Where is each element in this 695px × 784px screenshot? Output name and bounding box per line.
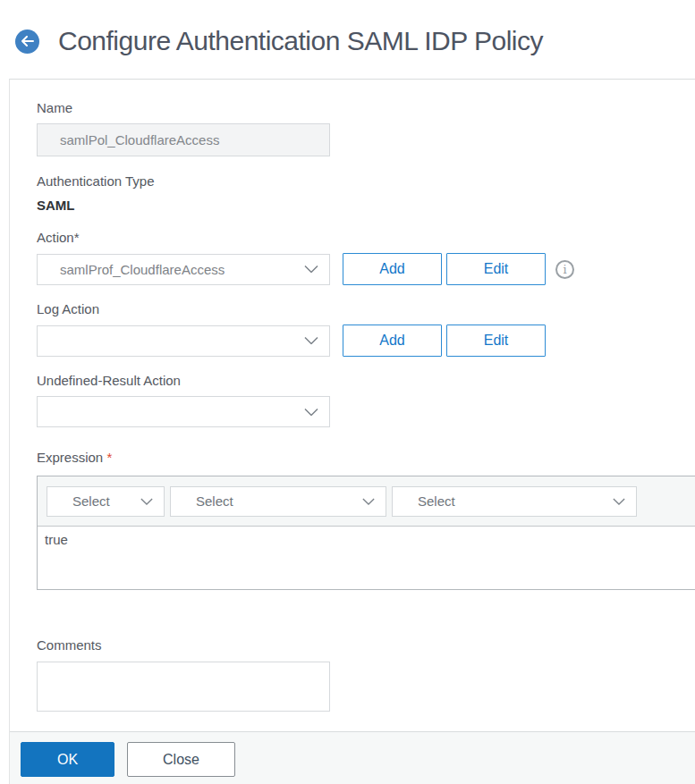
page-header: Configure Authentication SAML IDP Policy <box>0 0 695 79</box>
expression-select-3-value: Select <box>418 493 455 509</box>
info-circle-icon[interactable]: i <box>555 260 574 279</box>
ok-button[interactable]: OK <box>21 742 114 777</box>
name-input <box>37 123 330 156</box>
undefined-result-action-select[interactable] <box>37 396 330 427</box>
chevron-down-icon <box>304 266 318 274</box>
expression-select-2[interactable]: Select <box>170 486 386 517</box>
chevron-down-icon <box>362 498 375 505</box>
chevron-down-icon <box>613 498 625 505</box>
action-select[interactable]: samlProf_CloudflareAccess <box>37 254 330 285</box>
action-edit-button[interactable]: Edit <box>446 253 546 285</box>
expression-label: Expression * <box>37 449 695 466</box>
log-action-add-button[interactable]: Add <box>343 325 442 357</box>
expression-select-1[interactable]: Select <box>47 486 165 517</box>
log-action-select[interactable] <box>37 325 330 357</box>
name-label: Name <box>37 99 695 116</box>
expression-select-3[interactable]: Select <box>392 486 637 517</box>
expression-editor: Select Select Select <box>37 476 695 590</box>
arrow-left-icon <box>21 36 34 46</box>
expression-select-1-value: Select <box>72 493 110 509</box>
back-button[interactable] <box>15 30 39 54</box>
log-action-edit-button[interactable]: Edit <box>446 325 546 357</box>
action-select-value: samlProf_CloudflareAccess <box>60 262 225 277</box>
log-action-label: Log Action <box>37 300 695 317</box>
close-button[interactable]: Close <box>127 742 235 777</box>
required-asterisk: * <box>106 450 112 465</box>
chevron-down-icon <box>304 337 318 345</box>
chevron-down-icon <box>140 498 153 505</box>
auth-type-value: SAML <box>37 197 695 214</box>
action-add-button[interactable]: Add <box>343 253 442 285</box>
comments-textarea[interactable] <box>37 662 330 712</box>
auth-type-label: Authentication Type <box>37 173 695 190</box>
chevron-down-icon <box>304 408 318 416</box>
expression-textarea[interactable]: true <box>38 527 695 589</box>
action-label: Action* <box>37 229 695 246</box>
form-panel: Name Authentication Type SAML Action* sa… <box>9 79 695 784</box>
expression-select-2-value: Select <box>196 493 233 509</box>
expression-label-text: Expression <box>37 450 103 465</box>
undefined-result-action-label: Undefined-Result Action <box>37 372 695 389</box>
form-footer: OK Close <box>10 731 695 784</box>
expression-toolbar: Select Select Select <box>38 476 695 527</box>
comments-label: Comments <box>37 636 695 653</box>
page-title: Configure Authentication SAML IDP Policy <box>58 26 543 56</box>
